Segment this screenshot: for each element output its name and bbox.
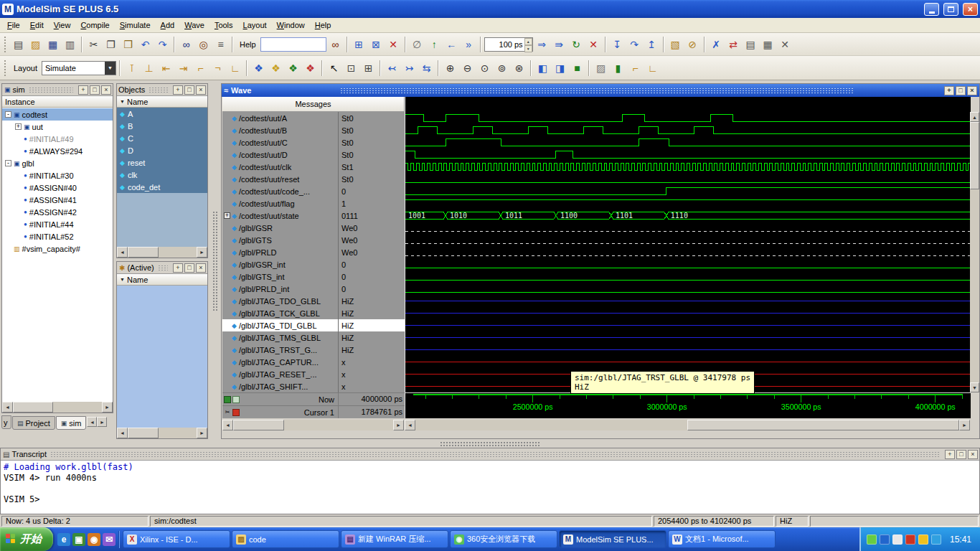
spin-up-icon[interactable]: ▲ <box>524 38 532 45</box>
taskbar-task[interactable]: ▤新建 WinRAR 压缩... <box>341 530 448 548</box>
bookmark-icon[interactable]: ≡ <box>212 37 229 52</box>
objects-item-code_det[interactable]: ◆code_det <box>117 181 207 193</box>
duplicate-window-icon[interactable]: ▦ <box>760 37 776 52</box>
tree-item-always294[interactable]: ●#ALWAYS#294 <box>2 145 113 157</box>
restore-icon[interactable]: □ <box>184 85 194 95</box>
tree-item-codtest[interactable]: -▣codtest <box>2 108 113 121</box>
objects-item-d[interactable]: ◆D <box>117 144 207 156</box>
transcript-body[interactable]: # Loading work.glbl(fast)VSIM 4> run 400… <box>1 461 979 514</box>
help-find-icon[interactable]: ∞ <box>327 37 344 52</box>
run-length-input[interactable]: 100 ps▲▼ <box>484 37 533 52</box>
menu-file[interactable]: File <box>2 19 25 32</box>
scrollbar-track[interactable] <box>233 420 393 430</box>
toolbar-grip[interactable] <box>4 60 7 77</box>
objects-item-reset[interactable]: ◆reset <box>117 156 207 169</box>
start-button[interactable]: 开始 <box>0 527 53 551</box>
dock-icon[interactable]: + <box>173 263 183 273</box>
paste-icon[interactable]: ❒ <box>120 37 136 52</box>
wave-signal-row[interactable]: ◆/glbl/GSR_int <box>222 258 338 270</box>
edge-prev-icon[interactable]: ⌐ <box>192 60 209 76</box>
cut-icon[interactable]: ✂ <box>85 37 102 52</box>
close-icon[interactable]: × <box>101 85 111 95</box>
scroll-left-icon[interactable]: ◄ <box>117 247 128 258</box>
panel-drag-handle[interactable] <box>149 87 168 93</box>
filter-icon[interactable]: ▼ <box>120 99 125 104</box>
cursor-next-icon[interactable]: ⇥ <box>175 60 192 76</box>
menu-simulate[interactable]: Simulate <box>115 19 156 32</box>
active-panel-header[interactable]: ✱ (Active) +□× <box>117 262 207 274</box>
panel-drag-handle[interactable] <box>50 451 940 458</box>
wave-signal-row[interactable]: ◆/codtest/uut/code_... <box>222 185 338 197</box>
scrollbar-thumb[interactable] <box>970 122 979 189</box>
wave-vertical-scrollbar[interactable]: ▲ ▼ <box>970 112 979 392</box>
filter-icon[interactable]: ▼ <box>120 277 125 282</box>
tree-item-initial49[interactable]: ●#INITIAL#49 <box>2 133 113 145</box>
taskbar-task[interactable]: XXilinx - ISE - D... <box>123 530 230 548</box>
scrollbar-track[interactable] <box>970 122 979 382</box>
restore-icon[interactable]: □ <box>956 86 966 95</box>
scroll-right-icon[interactable]: ► <box>959 420 970 430</box>
scroll-right-icon[interactable]: ► <box>393 420 404 430</box>
objects-item-b[interactable]: ◆B <box>117 120 207 132</box>
menu-help[interactable]: Help <box>310 19 336 32</box>
taskbar-task[interactable]: ◉360安全浏览器下载 <box>450 530 557 548</box>
wave-drag-handle[interactable] <box>340 88 854 93</box>
open-folder-icon[interactable]: ▨ <box>27 37 44 52</box>
pane-full-icon[interactable]: ■ <box>569 60 585 76</box>
restart-icon[interactable]: ∅ <box>409 37 425 52</box>
cursor-add-icon[interactable]: ⊺ <box>123 60 140 76</box>
vertical-splitter[interactable] <box>208 83 221 439</box>
tree-item-initial30[interactable]: ●#INITIAL#30 <box>2 169 113 182</box>
scrollbar-thumb[interactable] <box>128 247 159 258</box>
help-search-input[interactable] <box>260 37 326 52</box>
add-log-icon[interactable]: ❖ <box>285 60 301 76</box>
taskbar-task[interactable]: W文档1 - Microsof... <box>668 530 776 548</box>
wave-signal-row[interactable]: ◆/glbl/GSR <box>222 222 338 234</box>
close-window-icon[interactable]: ✕ <box>777 37 793 52</box>
pattern-icon[interactable]: ▨ <box>593 60 609 76</box>
sim-horizontal-scrollbar[interactable]: ◄ ► <box>2 402 113 413</box>
break-icon[interactable]: ✕ <box>585 37 602 52</box>
bars-icon[interactable]: ▮ <box>610 60 626 76</box>
maximize-button[interactable] <box>943 3 958 16</box>
scrollbar-thumb[interactable] <box>13 402 53 413</box>
wave-signal-row[interactable]: ◆/glbl/PRLD <box>222 246 338 258</box>
scrollbar-thumb[interactable] <box>128 428 159 438</box>
tree-item-uut[interactable]: +▣uut <box>2 121 113 133</box>
title-bar[interactable]: M ModelSim SE PLUS 6.5 × <box>0 0 980 18</box>
tree-item-initial52[interactable]: ●#INITIAL#52 <box>2 230 113 242</box>
messages-column-header[interactable]: Messages <box>222 97 405 112</box>
menu-add[interactable]: Add <box>156 19 180 32</box>
environment-forward-icon[interactable]: » <box>461 37 477 52</box>
tree-expander-icon[interactable]: - <box>5 111 11 118</box>
delete-cursor-icon[interactable] <box>232 409 240 416</box>
step-over-icon[interactable]: ↷ <box>626 37 643 52</box>
wave-signal-row[interactable]: ◆/glbl/PRLD_int <box>222 283 338 295</box>
active-column-header[interactable]: ▼ Name <box>117 274 207 286</box>
dock-icon[interactable]: + <box>173 85 183 95</box>
panel-drag-handle[interactable] <box>29 87 73 93</box>
sim-panel-header[interactable]: ▣ sim +□× <box>2 84 113 96</box>
memory-icon[interactable]: ⊘ <box>684 37 701 52</box>
tree-item-glbl[interactable]: -▣glbl <box>2 157 113 169</box>
corner-lower-icon[interactable]: ∟ <box>644 60 661 76</box>
menu-view[interactable]: View <box>49 19 76 32</box>
pan-mode-icon[interactable]: ⊞ <box>360 60 377 76</box>
show-desktop-icon[interactable]: ▣ <box>72 533 85 546</box>
tab-scroll-right-icon[interactable]: ► <box>97 417 107 427</box>
prev-transition-icon[interactable]: ↢ <box>384 60 400 76</box>
minimize-button[interactable] <box>924 3 939 16</box>
restore-icon[interactable]: □ <box>184 263 194 273</box>
tab-project[interactable]: ▤Project <box>12 416 55 430</box>
wave-signal-row[interactable]: ◆/glbl/JTAG_RESET_... <box>222 368 338 380</box>
wave-signal-row[interactable]: ◆/glbl/JTAG_TMS_GLBL <box>222 331 338 344</box>
tray-icon[interactable] <box>892 534 903 545</box>
step-out-icon[interactable]: ↥ <box>644 37 660 52</box>
scroll-left-icon[interactable]: ◄ <box>222 420 233 430</box>
find-icon[interactable]: ∞ <box>178 37 194 52</box>
select-mode-icon[interactable]: ↖ <box>326 60 342 76</box>
tree-expander-icon[interactable]: - <box>5 160 11 166</box>
environment-up-icon[interactable]: ↑ <box>426 37 443 52</box>
tree-item-assign42[interactable]: ●#ASSIGN#42 <box>2 206 113 218</box>
wave-signal-row[interactable]: ◆/codtest/uut/reset <box>222 173 338 185</box>
